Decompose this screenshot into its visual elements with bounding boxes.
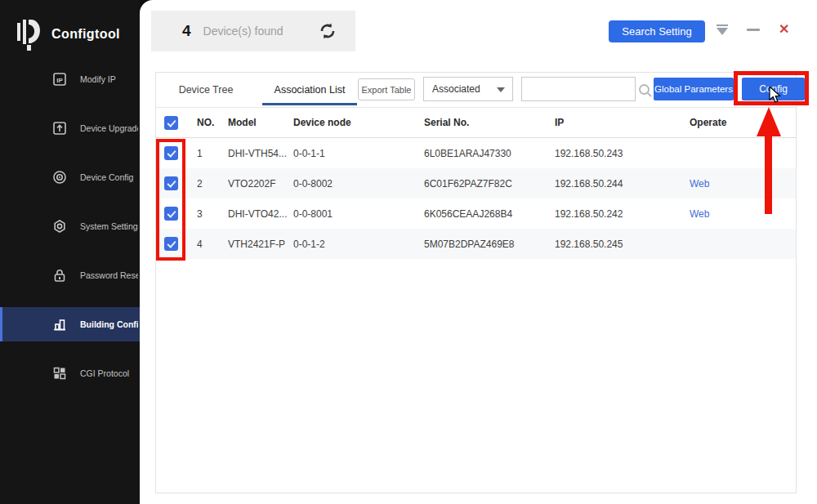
header-device-node: Device node: [293, 117, 424, 128]
cell-device-node: 0-0-8001: [293, 208, 424, 220]
cell-serial: 6K056CEAAJ268B4: [424, 208, 555, 220]
web-link[interactable]: Web: [690, 178, 709, 190]
cell-ip: 192.168.50.242: [555, 208, 685, 220]
window-controls: ✕: [717, 23, 789, 36]
cell-no: 1: [197, 148, 228, 159]
global-parameters-button[interactable]: Global Parameters: [654, 78, 734, 100]
sidebar-item-building-config[interactable]: Building Config: [0, 307, 140, 341]
sidebar: Configtool IP Modify IP Device Upgrade D…: [0, 0, 140, 504]
sidebar-item-device-upgrade[interactable]: Device Upgrade: [0, 111, 140, 145]
search-setting-button[interactable]: Search Setting: [609, 20, 705, 42]
modify-ip-icon: IP: [52, 72, 67, 87]
sidebar-item-label: Modify IP: [80, 74, 138, 84]
refresh-icon[interactable]: [318, 21, 337, 41]
annotation-arrow-head: [757, 107, 781, 136]
cell-serial: 6L0BE1ARAJ47330: [424, 148, 555, 159]
cell-no: 2: [197, 178, 228, 190]
sidebar-item-password-reset[interactable]: Password Reset: [0, 258, 140, 292]
search-icon[interactable]: [638, 83, 653, 98]
table-row: 4 VTH2421F-P 0-0-1-2 5M07B2DPAZ469E8 192…: [156, 229, 796, 259]
sidebar-item-label: Device Config: [80, 172, 138, 182]
cell-ip: 192.168.50.245: [555, 239, 685, 250]
header-ip: IP: [555, 117, 685, 128]
device-list-card: Device Tree Association List Export Tabl…: [155, 72, 797, 493]
cell-serial: 6C01F62PAZ7F82C: [424, 178, 555, 190]
sidebar-item-label: Building Config: [80, 319, 138, 329]
web-link[interactable]: Web: [690, 208, 709, 220]
building-config-icon: [52, 317, 67, 332]
annotation-arrow-shaft: [765, 131, 772, 214]
associated-dropdown[interactable]: Associated: [423, 77, 513, 101]
close-icon[interactable]: ✕: [779, 23, 789, 36]
cell-model: VTO2202F: [228, 178, 293, 190]
header-model: Model: [228, 117, 293, 128]
device-config-icon: [52, 170, 67, 185]
app-window: Configtool IP Modify IP Device Upgrade D…: [0, 0, 817, 504]
cell-ip: 192.168.50.243: [555, 148, 685, 159]
table-row: 1 DHI-VTH54... 0-0-1-1 6L0BE1ARAJ47330 1…: [156, 138, 796, 168]
table-row: 3 DHI-VTO42... 0-0-8001 6K056CEAAJ268B4 …: [156, 198, 796, 229]
cell-no: 4: [197, 239, 228, 250]
sidebar-item-cgi-protocol[interactable]: CGI Protocol: [0, 356, 140, 390]
device-upgrade-icon: [52, 121, 67, 136]
cell-device-node: 0-0-8002: [293, 178, 424, 190]
cell-serial: 5M07B2DPAZ469E8: [424, 239, 555, 250]
password-reset-icon: [52, 268, 67, 283]
sidebar-item-label: System Settings: [80, 221, 138, 231]
device-count: 4: [182, 22, 191, 40]
annotation-box-checkboxes: [156, 139, 185, 261]
sidebar-item-modify-ip[interactable]: IP Modify IP: [0, 62, 140, 96]
toolbar: Device Tree Association List Export Tabl…: [156, 73, 796, 108]
cell-ip: 192.168.50.244: [555, 178, 685, 190]
device-found-bar: 4 Device(s) found: [151, 11, 355, 51]
table-header-row: NO. Model Device node Serial No. IP Oper…: [156, 108, 796, 138]
cell-model: DHI-VTH54...: [228, 148, 293, 159]
cell-model: VTH2421F-P: [228, 239, 293, 250]
device-found-label: Device(s) found: [203, 25, 283, 38]
sidebar-item-label: CGI Protocol: [80, 368, 138, 378]
dahua-logo-icon: [16, 18, 44, 51]
app-logo: Configtool: [0, 0, 140, 51]
sidebar-item-system-settings[interactable]: System Settings: [0, 209, 140, 243]
associated-dropdown-value: Associated: [432, 83, 480, 95]
sidebar-item-label: Device Upgrade: [80, 123, 138, 133]
minimize-icon[interactable]: [747, 29, 760, 31]
select-all-checkbox[interactable]: [164, 116, 178, 130]
header-no: NO.: [197, 117, 228, 128]
cell-device-node: 0-0-1-2: [293, 239, 424, 250]
cell-no: 3: [197, 208, 228, 220]
sidebar-item-label: Password Reset: [80, 270, 138, 280]
app-name: Configtool: [51, 27, 120, 42]
mouse-cursor-icon: [769, 87, 782, 105]
cell-model: DHI-VTO42...: [228, 208, 293, 220]
svg-text:IP: IP: [56, 77, 63, 84]
export-table-button[interactable]: Export Table: [358, 78, 415, 100]
sidebar-menu: IP Modify IP Device Upgrade Device Confi…: [0, 62, 140, 405]
cgi-protocol-icon: [52, 366, 67, 381]
system-settings-icon: [52, 219, 67, 234]
tab-device-tree[interactable]: Device Tree: [175, 73, 237, 108]
table-row: 2 VTO2202F 0-0-8002 6C01F62PAZ7F82C 192.…: [156, 168, 796, 198]
search-input[interactable]: [521, 77, 636, 101]
header-serial-no: Serial No.: [424, 117, 555, 128]
cell-device-node: 0-0-1-1: [293, 148, 424, 159]
collapse-window-icon[interactable]: [717, 25, 728, 35]
sidebar-item-device-config[interactable]: Device Config: [0, 160, 140, 194]
chevron-down-icon: [497, 87, 505, 92]
main-panel: 4 Device(s) found Search Setting ✕ Devic…: [140, 0, 817, 504]
tab-association-list[interactable]: Association List: [262, 73, 357, 108]
